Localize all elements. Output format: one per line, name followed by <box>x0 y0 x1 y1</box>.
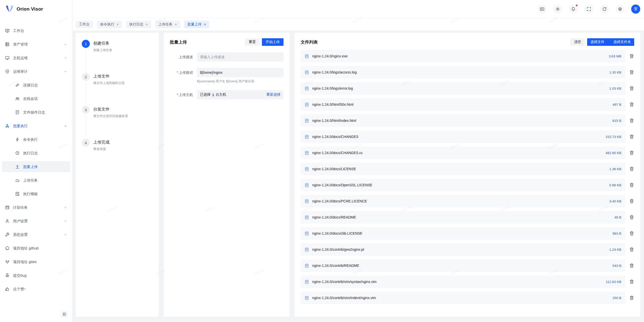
file-row-wrap: nginx-1.24.0/html/index.html615 B <box>301 114 634 127</box>
sidebar-item-batch-exec[interactable]: 批量执行 <box>2 120 70 131</box>
sidebar-item-workbench[interactable]: 工作台 <box>2 25 70 36</box>
tab-upload-task[interactable]: 上传任务× <box>155 21 180 28</box>
file-row: nginx-1.24.0/logs/error.log1.03 KB <box>301 82 625 95</box>
sidebar-item-file-op-log[interactable]: 文件操作日志 <box>2 107 70 118</box>
delete-file-button[interactable] <box>629 102 634 107</box>
tab-exec-log[interactable]: 执行日志× <box>126 21 151 28</box>
settings-button[interactable] <box>616 5 625 14</box>
tab-batch-upload[interactable]: 批量上传× <box>184 21 209 28</box>
delete-file-button[interactable] <box>629 54 634 59</box>
upload-path-input[interactable] <box>197 68 284 77</box>
tab-command-exec[interactable]: 命令执行× <box>97 21 122 28</box>
delete-file-button[interactable] <box>629 231 634 236</box>
user-avatar[interactable]: 管 <box>631 5 640 14</box>
upload-description-label: 上传描述 <box>170 52 193 61</box>
sidebar-item-submit-bug[interactable]: 提交bug <box>2 270 70 281</box>
file-size: 983 B <box>613 232 621 235</box>
sidebar-item-exec-log[interactable]: 执行日志 <box>2 148 70 159</box>
delete-file-button[interactable] <box>629 279 634 284</box>
delete-file-button[interactable] <box>629 263 634 268</box>
sidebar-item-project-github[interactable]: 项目地址 github <box>2 243 70 254</box>
sidebar-item-batch-upload[interactable]: 批量上传 <box>2 161 70 172</box>
reselect-host-link[interactable]: 重新选择 <box>266 92 280 97</box>
theme-toggle-button[interactable] <box>553 5 562 14</box>
tab-close-icon[interactable]: × <box>146 22 148 26</box>
tab-close-icon[interactable]: × <box>175 22 177 26</box>
clear-files-button[interactable]: 清空 <box>570 38 585 46</box>
sidebar-item-ops-audit[interactable]: 运维审计 <box>2 66 70 77</box>
tab-workbench[interactable]: 工作台 <box>76 21 93 28</box>
delete-file-button[interactable] <box>629 134 634 139</box>
file-name: nginx-1.24.0/logs/access.log <box>312 70 357 74</box>
sidebar-item-label: 项目地址 github <box>13 246 39 251</box>
sidebar-item-connect-log[interactable]: 连接日志 <box>2 80 70 91</box>
upload-description-input[interactable] <box>197 52 284 61</box>
sidebar-item-system-settings[interactable]: 系统设置 <box>2 229 70 240</box>
step-3: 3分发文件将文件分发到目标服务器 <box>82 106 153 139</box>
cluster-icon <box>5 124 10 128</box>
assets-icon <box>5 42 10 47</box>
sidebar-item-give-like[interactable]: 点个赞~ <box>2 283 70 295</box>
delete-file-button[interactable] <box>629 166 634 171</box>
selected-host-suffix: 台主机 <box>216 92 226 97</box>
wrench-icon <box>5 232 10 237</box>
tab-label: 命令执行 <box>100 22 114 27</box>
delete-file-button[interactable] <box>629 199 634 204</box>
tab-bar: 工作台命令执行×执行日志×上传任务×批量上传× <box>73 18 644 31</box>
start-upload-button[interactable]: 开始上传 <box>262 38 284 46</box>
step-text: 分发文件将文件分发到目标服务器 <box>93 106 128 118</box>
file-name: nginx-1.24.0/docs/OpenSSL.LICENSE <box>312 183 372 187</box>
delete-file-button[interactable] <box>629 150 634 155</box>
delete-file-button[interactable] <box>629 86 634 91</box>
file-icon <box>305 264 309 268</box>
sidebar-item-command-exec[interactable]: 命令执行 <box>2 134 70 145</box>
sidebar-item-project-gitee[interactable]: 项目地址 gitee <box>2 256 70 267</box>
tab-close-icon[interactable]: × <box>204 22 206 26</box>
sidebar-item-label: 主机运维 <box>13 56 28 60</box>
sidebar-item-online-session[interactable]: 在线会话 <box>2 93 70 104</box>
file-name: nginx-1.24.0/logs/error.log <box>312 86 353 90</box>
tab-label: 执行日志 <box>129 22 143 27</box>
sidebar-item-label: 项目地址 gitee <box>13 260 36 264</box>
file-row: nginx-1.24.0/nginx.exe3.63 MB <box>301 50 625 62</box>
delete-file-button[interactable] <box>629 118 634 123</box>
file-name: nginx-1.24.0/html/50x.html <box>312 102 353 106</box>
sidebar-item-host-ops[interactable]: 主机运维 <box>2 52 70 63</box>
delete-file-button[interactable] <box>629 247 634 252</box>
sidebar-item-upload-task[interactable]: 上传任务 <box>2 175 70 186</box>
sidebar-collapse-button[interactable] <box>61 310 68 318</box>
main-area: 管 工作台命令执行×执行日志×上传任务×批量上传× 1创建任务创建上传任务2上传… <box>73 0 644 322</box>
tab-close-icon[interactable]: × <box>116 22 119 26</box>
fullscreen-button[interactable] <box>584 5 593 14</box>
select-folder-button[interactable]: 选择文件夹 <box>610 38 634 46</box>
file-size: 1.30 KB <box>609 70 621 74</box>
file-name: nginx-1.24.0/docs/LICENSE <box>312 167 356 171</box>
link-icon <box>15 83 20 87</box>
reset-button[interactable]: 重置 <box>245 38 260 46</box>
step-text: 上传文件将文件上传到临时分区 <box>93 73 125 85</box>
file-row: nginx-1.24.0/contrib/README543 B <box>301 259 625 272</box>
sidebar-item-user-settings[interactable]: 用户设置 <box>2 216 70 227</box>
delete-file-button[interactable] <box>629 295 634 300</box>
sidebar-item-label: 上传任务 <box>23 178 38 183</box>
file-row-wrap: nginx-1.24.0/logs/error.log1.03 KB <box>301 82 634 95</box>
file-row: nginx-1.24.0/logs/access.log1.30 KB <box>301 66 625 79</box>
sidebar-item-label: 批量上传 <box>23 164 38 169</box>
delete-file-button[interactable] <box>629 215 634 220</box>
upload-host-label: *上传主机 <box>170 90 193 99</box>
delete-file-button[interactable] <box>629 70 634 75</box>
file-name: nginx-1.24.0/docs/README <box>312 215 356 219</box>
file-icon <box>305 215 309 220</box>
sessions-icon <box>15 96 20 101</box>
sidebar-item-schedule-task[interactable]: 计划任务 <box>2 202 70 213</box>
select-file-button[interactable]: 选择文件 <box>587 38 608 46</box>
sidebar-item-exec-template[interactable]: 执行模板 <box>2 188 70 199</box>
file-row: nginx-1.24.0/html/index.html615 B <box>301 114 625 127</box>
file-row: nginx-1.24.0/html/50x.html497 B <box>301 98 625 111</box>
bell-icon <box>571 7 576 11</box>
delete-file-button[interactable] <box>629 183 634 188</box>
refresh-button[interactable] <box>600 5 609 14</box>
sidebar-item-asset-mgmt[interactable]: 资产管理 <box>2 39 70 50</box>
code-terminal-button[interactable] <box>538 5 547 14</box>
notifications-button[interactable] <box>569 5 578 14</box>
